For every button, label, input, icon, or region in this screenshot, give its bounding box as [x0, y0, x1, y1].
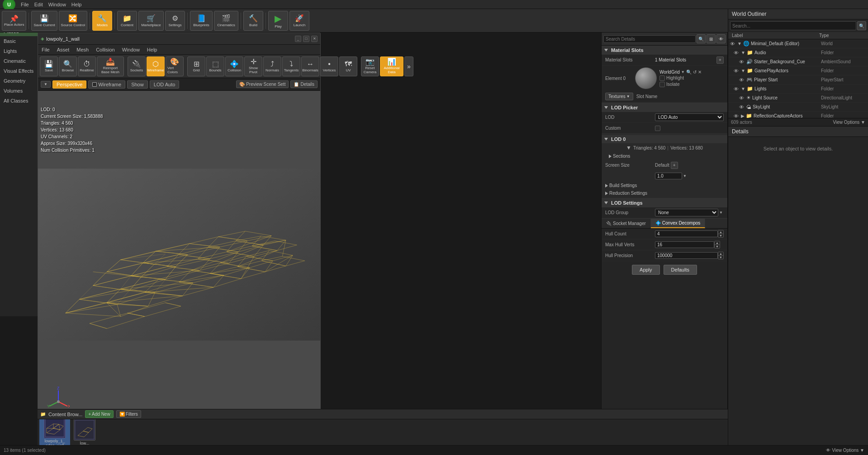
reimport-base-mesh-btn[interactable]: 📥 Reimport Base Mesh — [97, 56, 124, 76]
menu-help[interactable]: Help — [71, 2, 82, 7]
sidebar-item-cinematic[interactable]: Cinematic — [0, 56, 38, 66]
place-actors-label[interactable]: Place Actors — [4, 23, 24, 27]
save-current-btn[interactable]: 💾 Save Current — [31, 11, 57, 31]
sidebar-item-volumes[interactable]: Volumes — [0, 86, 38, 96]
settings-btn[interactable]: ⚙ Settings — [165, 11, 185, 31]
outliner-item-playerstart[interactable]: 👁 🎮Player Start PlayerStart — [728, 75, 868, 84]
lod-settings-section-header[interactable]: LOD Settings — [602, 198, 727, 207]
view-options-btn[interactable]: View Options ▼ — [833, 120, 865, 125]
defaults-btn[interactable]: Defaults — [664, 265, 697, 275]
additional-data-btn[interactable]: 📊 Additional Data — [380, 56, 403, 76]
details-search-input[interactable] — [603, 35, 696, 43]
screen-size-add-btn[interactable]: + — [671, 162, 678, 169]
grid-btn[interactable]: ⊞ Grid — [187, 56, 205, 76]
play-btn[interactable]: ▶ Play — [268, 11, 288, 31]
details-grid-btn[interactable]: ⊞ — [707, 34, 716, 43]
sidebar-item-lights[interactable]: Lights — [0, 46, 38, 56]
content-btn[interactable]: 📁 Content — [117, 11, 137, 31]
build-btn[interactable]: 🔨 Build — [243, 11, 263, 31]
lod-auto-btn[interactable]: LOD Auto — [150, 80, 180, 89]
isolate-check[interactable] — [659, 82, 665, 87]
lod-picker-section-header[interactable]: LOD Picker — [602, 103, 727, 112]
menu-edit[interactable]: Edit — [34, 2, 43, 7]
show-btn[interactable]: Show — [127, 80, 148, 89]
tab-convex-decompos[interactable]: 💠 Convex Decompos — [651, 219, 705, 228]
outliner-item-audio[interactable]: 👁 ▼📁Audio Folder — [728, 48, 868, 57]
modes-btn[interactable]: 🔧 Modes — [92, 11, 112, 31]
perspective-btn[interactable]: Perspective — [52, 80, 86, 89]
asset-save-btn[interactable]: 💾 Save — [40, 56, 58, 76]
close-btn[interactable]: ✕ — [311, 36, 318, 42]
sockets-btn[interactable]: 🔌 Sockets — [128, 56, 146, 76]
material-clear-btn[interactable]: ✕ — [698, 70, 702, 75]
wireframe-viewport[interactable]: LOD: 0 Current Screen Size: 1,583888 Tri… — [38, 91, 320, 418]
screen-size-dropdown[interactable]: ▼ — [682, 174, 688, 178]
outliner-item-lightsource[interactable]: 👁 ☀Light Source DirectionalLight — [728, 94, 868, 103]
sidebar-item-basic[interactable]: Basic — [0, 36, 38, 46]
marketplace-btn[interactable]: 🛒 Marketplace — [138, 11, 164, 31]
eye-icon[interactable]: 👁 — [730, 41, 737, 47]
menu-file[interactable]: File — [21, 2, 29, 7]
asset-menu-help[interactable]: Help — [143, 45, 161, 54]
source-control-btn[interactable]: 🔀 Source Control — [59, 11, 87, 31]
sidebar-item-all-classes[interactable]: All Classes — [0, 96, 38, 106]
reset-camera-btn[interactable]: 📷 Reset Camera — [361, 56, 379, 76]
reduction-settings-row[interactable]: Reduction Settings — [602, 189, 727, 197]
material-slots-section-header[interactable]: Material Slots — [602, 46, 727, 55]
apply-btn[interactable]: Apply — [632, 265, 660, 275]
details-btn[interactable]: 📋 Details — [290, 80, 318, 88]
asset-menu-asset[interactable]: Asset — [53, 45, 73, 54]
eye-icon-audio[interactable]: 👁 — [734, 50, 741, 56]
lod-group-dropdown[interactable]: ▼ — [718, 211, 724, 215]
material-thumbnail[interactable] — [635, 67, 657, 89]
material-refresh-btn[interactable]: ↺ — [693, 70, 697, 75]
add-material-slot-btn[interactable]: + — [716, 56, 724, 64]
asset-browse-btn[interactable]: 🔍 Browse — [59, 56, 77, 76]
sidebar-item-visual-effects[interactable]: Visual Effects — [0, 66, 38, 76]
screen-size-input[interactable] — [655, 173, 682, 179]
wireframe-view-btn[interactable]: Wireframe — [88, 80, 125, 89]
cb-item-wall[interactable]: lowpoly_1_ edge_wall — [39, 419, 70, 445]
eye-icon-reflection[interactable]: 👁 — [734, 113, 741, 118]
outliner-item-lights[interactable]: 👁 ▼📁Lights Folder — [728, 84, 868, 94]
asset-menu-mesh[interactable]: Mesh — [73, 45, 92, 54]
viewport-dropdown-btn[interactable]: ▼ — [41, 81, 51, 88]
outliner-item-gameplay[interactable]: 👁 ▼📁GamePlayActors Folder — [728, 66, 868, 75]
add-new-btn[interactable]: + Add New — [85, 410, 113, 418]
details-eye-btn[interactable]: 👁 — [716, 34, 726, 43]
eye-icon-lights[interactable]: 👁 — [734, 86, 741, 92]
cinematics-btn[interactable]: 🎬 Cinematics — [214, 11, 238, 31]
eye-icon-gameplay[interactable]: 👁 — [734, 68, 741, 74]
tangents-btn[interactable]: ⤵ Tangents — [282, 56, 300, 76]
uv-btn[interactable]: 🗺 UV — [339, 56, 357, 76]
vert-colors-btn[interactable]: 🎨 Vert Colors — [166, 56, 184, 76]
vertices-btn[interactable]: • Vertices — [320, 56, 338, 76]
eye-icon-playerstart[interactable]: 👁 — [739, 77, 746, 83]
view-options-btn[interactable]: View Options ▼ — [832, 448, 864, 453]
show-pivot-btn[interactable]: ✛ Show Pivot — [244, 56, 262, 76]
details-search-icon-btn[interactable]: 🔍 — [697, 34, 706, 43]
minimize-btn[interactable]: _ — [295, 36, 301, 42]
normals-btn[interactable]: ⤴ Normals — [263, 56, 281, 76]
custom-check[interactable] — [655, 126, 660, 131]
max-hull-verts-input[interactable] — [655, 241, 714, 248]
tab-socket-manager[interactable]: 🔌 Socket Manager — [602, 219, 651, 228]
blueprints-btn[interactable]: 📘 Blueprints — [190, 11, 213, 31]
wireframe-btn[interactable]: ⬡ Wireframe — [147, 56, 165, 76]
material-browse-btn[interactable]: 🔍 — [686, 70, 692, 75]
lod-group-select[interactable]: None — [655, 209, 718, 216]
more-btn[interactable]: » — [404, 56, 413, 76]
eye-icon-lightsource[interactable]: 👁 — [739, 95, 746, 101]
sections-row[interactable]: Sections — [602, 152, 727, 160]
build-settings-row[interactable]: Build Settings — [602, 182, 727, 189]
collision-btn[interactable]: 💠 Collision — [225, 56, 243, 76]
lod-select[interactable]: LOD Auto — [655, 113, 724, 121]
preview-scene-set-btn[interactable]: 🎨 Preview Scene Sett — [236, 80, 289, 88]
outliner-item-bgcue[interactable]: 👁 🔊Starter_Background_Cue AmbientSound — [728, 57, 868, 66]
hull-count-spinner[interactable]: ▲ ▼ — [718, 230, 724, 238]
hull-count-input[interactable] — [655, 230, 718, 237]
eye-icon-skylight[interactable]: 👁 — [739, 104, 746, 110]
textures-btn[interactable]: Textures ▼ — [605, 93, 633, 100]
eye-icon-bgcue[interactable]: 👁 — [739, 59, 746, 65]
bounds-btn[interactable]: ⬚ Bounds — [206, 56, 224, 76]
